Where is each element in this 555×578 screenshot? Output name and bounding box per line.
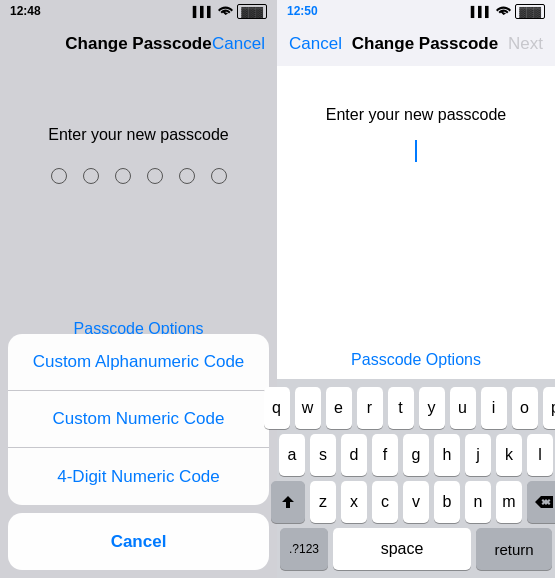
key-m[interactable]: m (496, 481, 522, 523)
right-passcode-options-link[interactable]: Passcode Options (351, 351, 481, 369)
right-content-area: Enter your new passcode Passcode Options (277, 66, 555, 379)
dot-4 (147, 168, 163, 184)
dot-5 (179, 168, 195, 184)
keyboard-row-4: .?123 space return (280, 528, 552, 570)
right-cancel-button[interactable]: Cancel (289, 34, 342, 54)
action-sheet-item-alphanumeric[interactable]: Custom Alphanumeric Code (8, 334, 269, 391)
key-v[interactable]: v (403, 481, 429, 523)
key-x[interactable]: x (341, 481, 367, 523)
key-o[interactable]: o (512, 387, 538, 429)
key-s[interactable]: s (310, 434, 336, 476)
key-return[interactable]: return (476, 528, 552, 570)
key-c[interactable]: c (372, 481, 398, 523)
right-nav-bar: Cancel Change Passcode Next (277, 22, 555, 66)
left-passcode-dots (51, 168, 227, 184)
left-screen: 12:48 ▌▌▌ ▓▓▓ Change Passcode Cancel Ent… (0, 0, 277, 578)
action-sheet-cancel-group: Cancel (8, 513, 269, 570)
text-cursor (415, 140, 417, 162)
key-k[interactable]: k (496, 434, 522, 476)
left-passcode-prompt: Enter your new passcode (48, 126, 229, 144)
right-passcode-prompt: Enter your new passcode (326, 106, 507, 124)
keyboard-row-3: z x c v b n m (280, 481, 552, 523)
right-status-icons: ▌▌▌ ▓▓▓ (471, 4, 545, 19)
shift-key[interactable] (271, 481, 305, 523)
action-sheet-item-custom-numeric[interactable]: Custom Numeric Code (8, 391, 269, 448)
key-u[interactable]: u (450, 387, 476, 429)
key-h[interactable]: h (434, 434, 460, 476)
wifi-icon (218, 4, 233, 18)
key-a[interactable]: a (279, 434, 305, 476)
left-status-bar: 12:48 ▌▌▌ ▓▓▓ (0, 0, 277, 22)
action-sheet-item-4digit[interactable]: 4-Digit Numeric Code (8, 448, 269, 505)
key-p[interactable]: p (543, 387, 556, 429)
left-cancel-button[interactable]: Cancel (212, 34, 265, 54)
key-space[interactable]: space (333, 528, 471, 570)
key-q[interactable]: q (264, 387, 290, 429)
key-e[interactable]: e (326, 387, 352, 429)
key-numeric[interactable]: .?123 (280, 528, 328, 570)
dot-6 (211, 168, 227, 184)
dot-1 (51, 168, 67, 184)
keyboard-row-2: a s d f g h j k l (280, 434, 552, 476)
right-wifi-icon (496, 4, 511, 18)
key-y[interactable]: y (419, 387, 445, 429)
key-j[interactable]: j (465, 434, 491, 476)
right-battery-icon: ▓▓▓ (515, 4, 545, 19)
key-r[interactable]: r (357, 387, 383, 429)
right-nav-title: Change Passcode (352, 34, 498, 54)
right-time: 12:50 (287, 4, 318, 18)
dot-2 (83, 168, 99, 184)
left-status-icons: ▌▌▌ ▓▓▓ (193, 4, 267, 19)
action-sheet: Custom Alphanumeric Code Custom Numeric … (0, 334, 277, 578)
key-l[interactable]: l (527, 434, 553, 476)
delete-key[interactable] (527, 481, 555, 523)
action-sheet-group: Custom Alphanumeric Code Custom Numeric … (8, 334, 269, 505)
left-time: 12:48 (10, 4, 41, 18)
key-n[interactable]: n (465, 481, 491, 523)
right-screen: 12:50 ▌▌▌ ▓▓▓ Cancel Change Passcode Nex… (277, 0, 555, 578)
key-w[interactable]: w (295, 387, 321, 429)
battery-icon: ▓▓▓ (237, 4, 267, 19)
action-sheet-cancel-button[interactable]: Cancel (8, 513, 269, 570)
key-z[interactable]: z (310, 481, 336, 523)
signal-icon: ▌▌▌ (193, 6, 214, 17)
right-status-bar: 12:50 ▌▌▌ ▓▓▓ (277, 0, 555, 22)
keyboard-row-1: q w e r t y u i o p (280, 387, 552, 429)
right-signal-icon: ▌▌▌ (471, 6, 492, 17)
left-nav-title: Change Passcode (65, 34, 211, 54)
key-f[interactable]: f (372, 434, 398, 476)
key-d[interactable]: d (341, 434, 367, 476)
key-b[interactable]: b (434, 481, 460, 523)
left-nav-bar: Change Passcode Cancel (0, 22, 277, 66)
key-t[interactable]: t (388, 387, 414, 429)
keyboard: q w e r t y u i o p a s d f g h j k l (277, 379, 555, 578)
key-i[interactable]: i (481, 387, 507, 429)
dot-3 (115, 168, 131, 184)
right-next-button[interactable]: Next (508, 34, 543, 54)
key-g[interactable]: g (403, 434, 429, 476)
